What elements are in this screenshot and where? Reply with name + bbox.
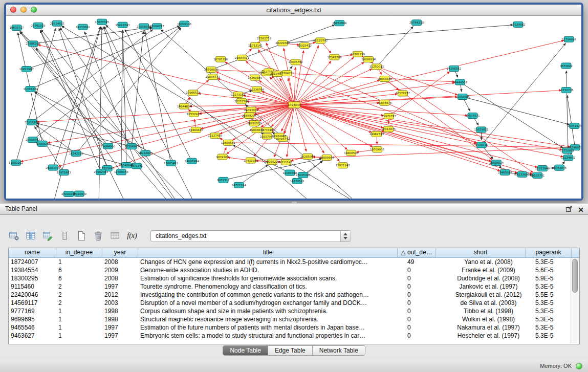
graph-edge[interactable] xyxy=(239,165,268,185)
graph-edge[interactable] xyxy=(294,105,340,162)
new-column-icon[interactable] xyxy=(75,230,88,243)
graph-edge[interactable] xyxy=(294,91,561,105)
graph-node[interactable]: 21118100 xyxy=(25,119,39,125)
graph-edge[interactable] xyxy=(377,27,413,67)
graph-node[interactable]: 14096934 xyxy=(361,57,376,62)
close-panel-icon[interactable]: ✕ xyxy=(578,206,584,214)
graph-node[interactable]: 16369869 xyxy=(248,75,262,80)
column-header-short[interactable]: short xyxy=(436,248,526,258)
graph-edge[interactable] xyxy=(294,105,563,157)
graph-node[interactable]: 10557966 xyxy=(260,134,274,139)
table-row[interactable]: 1456911722003Disruption of a novel membe… xyxy=(9,299,579,307)
graph-node[interactable]: 13754046 xyxy=(552,165,567,170)
graph-node[interactable]: 23889964 xyxy=(320,155,334,160)
graph-node[interactable]: 18432985 xyxy=(244,158,258,163)
graph-edge[interactable] xyxy=(33,27,152,44)
table-row[interactable]: 1872400712008Changes of HCN gene express… xyxy=(9,258,579,266)
column-header-year[interactable]: year xyxy=(102,248,138,258)
graph-node[interactable]: 22813940 xyxy=(535,166,550,171)
graph-node[interactable]: 11098833 xyxy=(250,127,264,133)
graph-node[interactable]: 23200249 xyxy=(61,191,76,197)
graph-node[interactable]: 9390928 xyxy=(36,141,49,146)
graph-node[interactable]: 14808543 xyxy=(344,150,358,156)
table-row[interactable]: 2242004622012Investigating the contribut… xyxy=(9,291,579,299)
graph-node[interactable]: 15677745 xyxy=(95,19,109,25)
graph-node[interactable]: 12813875 xyxy=(381,126,396,132)
graph-edge[interactable] xyxy=(251,148,570,161)
graph-node[interactable]: 27382753 xyxy=(257,35,271,41)
graph-node[interactable]: 15341474 xyxy=(567,123,581,128)
graph-node[interactable]: 9874207 xyxy=(216,154,229,160)
graph-node[interactable]: 14233897 xyxy=(515,171,529,177)
graph-node[interactable]: 15916743 xyxy=(116,22,130,28)
graph-edge[interactable] xyxy=(294,105,476,144)
graph-edge[interactable] xyxy=(121,30,123,172)
graph-node[interactable]: 25083795 xyxy=(46,165,60,170)
graph-node[interactable]: 10183751 xyxy=(530,172,545,178)
graph-node[interactable]: 23485928 xyxy=(498,169,512,175)
graph-edge[interactable] xyxy=(567,95,575,147)
graph-node[interactable]: 12261299 xyxy=(351,51,365,57)
row-tools-icon[interactable] xyxy=(58,230,71,243)
scrollbar-thumb[interactable] xyxy=(572,259,578,293)
graph-node[interactable]: 25761019 xyxy=(31,23,45,28)
graph-edge[interactable] xyxy=(294,105,468,116)
graph-node[interactable]: 22004717 xyxy=(150,24,164,29)
graph-node[interactable]: 24722264 xyxy=(232,182,246,188)
network-canvas[interactable]: 1460871725761019248148152413360015677745… xyxy=(6,16,581,199)
graph-edge[interactable] xyxy=(567,71,569,158)
graph-node[interactable]: 12273181 xyxy=(231,92,245,97)
graph-node[interactable]: 15971683 xyxy=(57,169,71,175)
graph-node[interactable]: 17097871 xyxy=(466,113,480,119)
table-row[interactable]: 946554611997Estimation of the future num… xyxy=(9,323,579,332)
graph-node[interactable]: 10709955 xyxy=(370,147,384,152)
graph-node[interactable]: 16572277 xyxy=(396,91,410,96)
graph-node[interactable]: 24814815 xyxy=(50,20,64,26)
graph-edge[interactable] xyxy=(228,143,570,147)
graph-node[interactable]: 11794998 xyxy=(562,36,576,42)
graph-node[interactable]: 13495792 xyxy=(289,59,303,65)
graph-node[interactable]: 24686264 xyxy=(185,158,199,164)
graph-node[interactable]: 17347786 xyxy=(328,54,342,60)
graph-node[interactable]: 22257509 xyxy=(234,98,249,104)
graph-node[interactable]: 17924982 xyxy=(511,21,526,27)
graph-node[interactable]: 10169398 xyxy=(282,170,297,176)
tab-node-table[interactable]: Node Table xyxy=(223,346,268,355)
graph-edge[interactable] xyxy=(294,105,373,147)
graph-node[interactable]: 19484446 xyxy=(189,127,203,133)
graph-node[interactable]: 24962733 xyxy=(369,132,384,137)
graph-node[interactable]: 11356399 xyxy=(23,86,37,92)
graph-node[interactable]: 20285067 xyxy=(300,154,315,159)
graph-node[interactable]: 9211147 xyxy=(280,159,293,165)
graph-node[interactable]: 24133600 xyxy=(76,24,90,30)
column-header-title[interactable]: title xyxy=(138,248,398,258)
graph-node[interactable]: 18705156 xyxy=(213,56,228,62)
graph-edge[interactable] xyxy=(294,51,303,105)
table-row[interactable]: 969969511998Structural magnetic resonanc… xyxy=(9,315,579,323)
graph-node[interactable]: 13752001 xyxy=(560,148,574,154)
column-header-name[interactable]: name xyxy=(9,248,56,258)
graph-node[interactable]: 17600158 xyxy=(114,169,128,175)
graph-node[interactable]: 16138561 xyxy=(290,178,304,184)
graph-node[interactable]: 16300146 xyxy=(177,21,191,27)
graph-edge[interactable] xyxy=(242,58,477,143)
float-panel-icon[interactable] xyxy=(565,205,573,214)
graph-node[interactable]: 1724046 xyxy=(288,102,301,108)
graph-node[interactable]: 13732776 xyxy=(559,87,574,93)
graph-node[interactable]: 11120792 xyxy=(313,38,328,43)
graph-node[interactable]: 18818987 xyxy=(19,67,34,72)
graph-edge[interactable] xyxy=(30,26,180,89)
graph-node[interactable]: 16020570 xyxy=(247,120,262,126)
graph-node[interactable]: 23886208 xyxy=(26,41,40,47)
graph-node[interactable]: 24356592 xyxy=(447,66,461,72)
import-table-icon[interactable] xyxy=(108,230,122,243)
column-visibility-icon[interactable] xyxy=(24,230,37,243)
graph-edge[interactable] xyxy=(294,105,384,116)
graph-node[interactable]: 23966574 xyxy=(186,90,200,96)
graph-node[interactable]: 23025412 xyxy=(297,43,312,49)
graph-node[interactable]: 16210029 xyxy=(138,150,153,156)
graph-node[interactable]: 14342218 xyxy=(69,150,83,156)
graph-node[interactable]: 21684421 xyxy=(235,55,249,60)
graph-node[interactable]: 16909024 xyxy=(489,160,504,166)
graph-node[interactable]: 25035300 xyxy=(296,172,310,178)
